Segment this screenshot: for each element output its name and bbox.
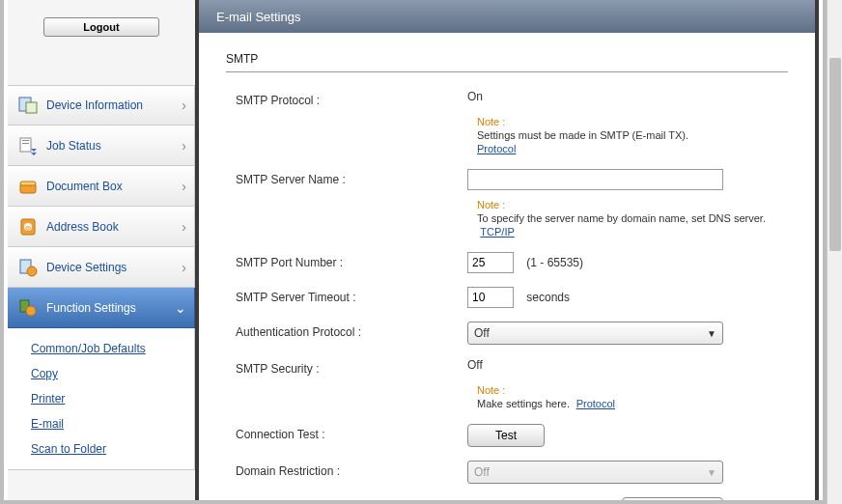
document-box-icon <box>15 174 41 199</box>
scrollbar-thumb[interactable] <box>829 58 841 251</box>
svg-point-13 <box>26 306 36 316</box>
function-settings-icon <box>15 295 41 321</box>
content-area: E-mail Settings SMTP SMTP Protocol : On … <box>195 0 819 500</box>
job-status-icon <box>15 133 41 158</box>
svg-rect-4 <box>22 143 29 144</box>
sidebar-item-label: Function Settings <box>46 301 136 315</box>
outer-scrollbar[interactable] <box>827 0 842 504</box>
sidebar-item-function-settings[interactable]: Function Settings ⌄ <box>8 288 195 328</box>
sidebar-item-device-information[interactable]: Device Information › <box>8 85 195 126</box>
smtp-server-name-input[interactable] <box>467 169 723 190</box>
smtp-timeout-label: SMTP Server Timeout : <box>226 287 467 304</box>
note-text: To specify the server name by domain nam… <box>477 212 766 224</box>
note-text: Make settings here. <box>477 398 570 409</box>
device-settings-icon <box>15 255 41 280</box>
smtp-server-name-label: SMTP Server Name : <box>226 169 467 186</box>
subnav-scan-to-folder[interactable]: Scan to Folder <box>31 436 194 462</box>
panel-title: E-mail Settings <box>199 0 815 33</box>
svg-rect-3 <box>22 140 29 141</box>
chevron-right-icon: › <box>182 98 186 113</box>
test-button[interactable]: Test <box>467 424 545 447</box>
smtp-port-label: SMTP Port Number : <box>226 252 467 269</box>
note-label: Note : <box>477 199 505 210</box>
sidebar-item-label: Address Book <box>46 220 119 234</box>
subnav-copy[interactable]: Copy <box>31 361 194 386</box>
protocol-link-2[interactable]: Protocol <box>576 398 615 409</box>
smtp-timeout-hint: seconds <box>526 291 570 304</box>
svg-point-11 <box>27 266 37 276</box>
smtp-port-hint: (1 - 65535) <box>526 256 583 269</box>
chevron-right-icon: › <box>182 260 186 275</box>
note-text: Settings must be made in SMTP (E-mail TX… <box>477 129 688 141</box>
auth-protocol-label: Authentication Protocol : <box>226 322 467 339</box>
smtp-protocol-value: On <box>467 90 788 103</box>
connection-test-label: Connection Test : <box>226 424 467 441</box>
chevron-right-icon: › <box>182 179 186 194</box>
smtp-timeout-input[interactable] <box>467 287 514 308</box>
chevron-right-icon: › <box>182 219 186 235</box>
sidebar-item-device-settings[interactable]: Device Settings › <box>8 247 195 288</box>
smtp-protocol-label: SMTP Protocol : <box>226 90 467 107</box>
subnav-common-job-defaults[interactable]: Common/Job Defaults <box>31 336 194 361</box>
tcpip-link[interactable]: TCP/IP <box>480 226 514 238</box>
sidebar-item-label: Document Box <box>46 180 123 193</box>
sidebar-item-label: Job Status <box>46 139 101 153</box>
address-book-icon: @ <box>15 214 41 239</box>
smtp-security-label: SMTP Security : <box>226 358 467 376</box>
auth-protocol-value: Off <box>474 326 490 340</box>
chevron-right-icon: › <box>182 138 186 154</box>
sidebar-item-label: Device Settings <box>46 261 126 274</box>
logout-button[interactable]: Logout <box>43 17 159 37</box>
sidebar: Logout Device Information › Job Status › <box>8 0 195 500</box>
sidebar-item-address-book[interactable]: @ Address Book › <box>8 207 195 247</box>
domain-list-button[interactable]: Domain List <box>622 497 723 500</box>
note-label: Note : <box>477 384 505 396</box>
note-label: Note : <box>477 116 505 127</box>
protocol-link[interactable]: Protocol <box>477 143 516 154</box>
subnav-email[interactable]: E-mail <box>31 411 194 436</box>
caret-down-icon: ▼ <box>707 467 716 478</box>
svg-rect-1 <box>26 102 37 113</box>
section-title-smtp: SMTP <box>226 52 788 72</box>
svg-text:@: @ <box>25 225 31 231</box>
smtp-security-value: Off <box>467 358 788 372</box>
sidebar-subnav: Common/Job Defaults Copy Printer E-mail … <box>8 328 195 470</box>
domain-restriction-value: Off <box>474 465 490 479</box>
sidebar-item-job-status[interactable]: Job Status › <box>8 126 195 166</box>
auth-protocol-select[interactable]: Off ▼ <box>467 322 723 345</box>
device-info-icon <box>15 93 41 118</box>
domain-restriction-label: Domain Restriction : <box>226 461 467 478</box>
sidebar-item-document-box[interactable]: Document Box › <box>8 166 195 207</box>
subnav-printer[interactable]: Printer <box>31 386 194 411</box>
svg-rect-6 <box>20 182 36 185</box>
caret-down-icon: ▼ <box>707 328 716 339</box>
sidebar-item-label: Device Information <box>46 98 143 112</box>
smtp-port-input[interactable] <box>467 252 514 273</box>
domain-restriction-select: Off ▼ <box>467 461 723 484</box>
chevron-down-icon: ⌄ <box>175 300 186 316</box>
